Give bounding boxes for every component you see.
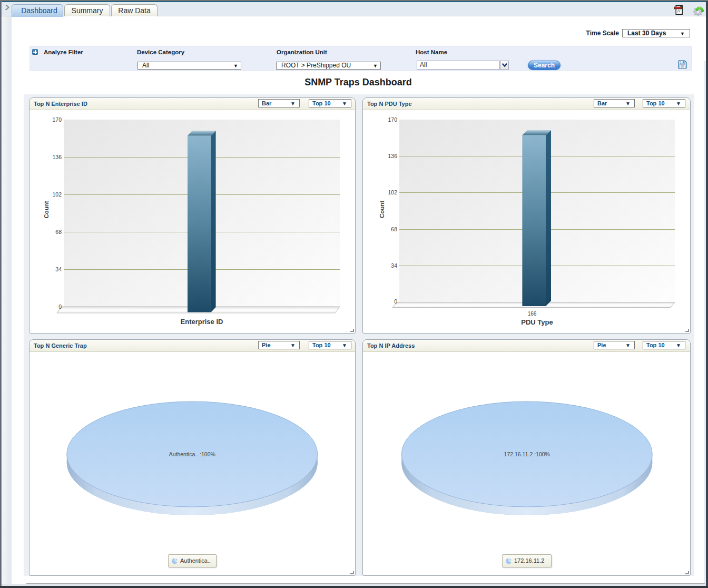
svg-text:68: 68 bbox=[55, 229, 62, 235]
svg-text:0: 0 bbox=[58, 303, 62, 310]
svg-text:Count: Count bbox=[379, 201, 385, 218]
svg-text:Authentica.. :100%: Authentica.. :100% bbox=[169, 451, 215, 457]
svg-text:170: 170 bbox=[388, 116, 397, 123]
svg-text:136: 136 bbox=[52, 154, 62, 160]
svg-text:PDU Type: PDU Type bbox=[521, 318, 553, 326]
svg-text:34: 34 bbox=[391, 262, 397, 269]
svg-text:102: 102 bbox=[388, 189, 397, 195]
svg-text:34: 34 bbox=[55, 266, 62, 272]
svg-text:166: 166 bbox=[528, 311, 537, 317]
svg-text:Enterprise ID: Enterprise ID bbox=[181, 318, 223, 326]
svg-text:68: 68 bbox=[391, 226, 397, 232]
svg-text:172.16.11.2 :100%: 172.16.11.2 :100% bbox=[504, 451, 550, 457]
svg-text:102: 102 bbox=[52, 191, 62, 198]
svg-text:170: 170 bbox=[52, 116, 62, 123]
svg-text:0: 0 bbox=[394, 298, 397, 305]
svg-text:136: 136 bbox=[388, 153, 397, 159]
svg-text:Count: Count bbox=[43, 201, 50, 218]
